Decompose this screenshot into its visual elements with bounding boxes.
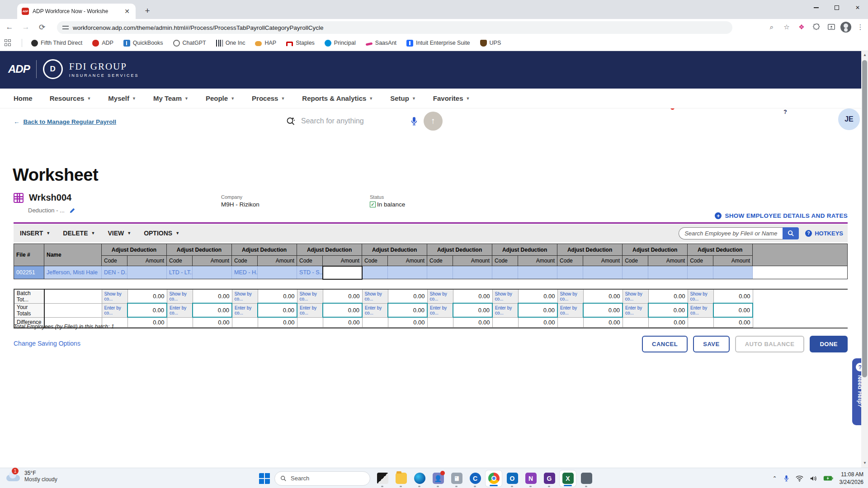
bookmark-item[interactable]: UPS <box>480 40 501 47</box>
nav-item-my-team[interactable]: My Team▼ <box>153 94 189 102</box>
deduction-code-cell[interactable] <box>362 266 388 279</box>
tray-wifi-icon[interactable] <box>796 475 803 482</box>
view-menu[interactable]: VIEW▼ <box>108 230 131 237</box>
tray-battery-icon[interactable] <box>823 475 833 481</box>
your-total-input[interactable]: 0.00 <box>388 303 427 317</box>
tray-chevron-icon[interactable]: ⌃ <box>773 475 777 482</box>
deduction-code-cell[interactable] <box>688 266 713 279</box>
new-tab-button[interactable]: + <box>141 5 154 17</box>
taskbar-chrome-icon[interactable] <box>486 470 502 487</box>
start-button[interactable] <box>259 473 270 484</box>
your-total-input[interactable]: 0.00 <box>127 303 167 317</box>
header-support-button[interactable]: ? Support <box>777 107 794 127</box>
employee-search-input[interactable] <box>679 227 783 239</box>
chrome-profile-avatar[interactable] <box>840 22 851 33</box>
bookmark-item[interactable]: Principal <box>325 40 356 47</box>
show-by-code-link[interactable]: Show by co... <box>492 289 518 304</box>
browser-tab[interactable]: ADP ADP Workforce Now - Workshe ✕ <box>17 4 136 19</box>
window-maximize-button[interactable] <box>826 0 847 15</box>
enter-by-code-link[interactable]: Enter by co... <box>232 303 258 317</box>
header-things-to-do-button[interactable]: Things to Do <box>654 107 682 127</box>
auto-balance-button[interactable]: AUTO BALANCE <box>735 336 805 352</box>
user-avatar[interactable]: JE <box>838 108 860 130</box>
global-search-input[interactable] <box>301 117 405 125</box>
global-search-bar[interactable]: ↑ <box>277 109 445 133</box>
enter-by-code-link[interactable]: Enter by co... <box>297 303 323 317</box>
tray-volume-icon[interactable] <box>810 475 817 482</box>
your-total-input[interactable]: 0.00 <box>583 303 623 317</box>
extension-pink-icon[interactable]: ❖ <box>796 21 807 33</box>
your-total-input[interactable]: 0.00 <box>193 303 232 317</box>
deduction-amount-cell-selected[interactable] <box>323 266 362 279</box>
your-total-input[interactable]: 0.00 <box>453 303 492 317</box>
show-by-code-link[interactable]: Show by co... <box>297 289 323 304</box>
tab-close-icon[interactable]: ✕ <box>123 7 131 15</box>
your-total-input[interactable]: 0.00 <box>518 303 557 317</box>
enter-by-code-link[interactable]: Enter by co... <box>167 303 193 317</box>
insert-menu[interactable]: INSERT▼ <box>20 230 50 237</box>
header-marketplace-button[interactable]: Marketplace <box>806 107 833 127</box>
mic-icon[interactable] <box>410 116 418 126</box>
page-scrollbar-thumb[interactable] <box>862 60 867 377</box>
show-by-code-link[interactable]: Show by co... <box>167 289 193 304</box>
taskbar-excel-icon[interactable]: X <box>560 470 576 487</box>
chrome-menu-icon[interactable]: ⋮ <box>854 21 866 33</box>
your-total-input[interactable]: 0.00 <box>648 303 688 317</box>
nav-item-people[interactable]: People▼ <box>206 94 235 102</box>
deduction-amount-cell[interactable] <box>193 266 232 279</box>
show-by-code-link[interactable]: Show by co... <box>688 289 713 304</box>
taskbar-teams-icon[interactable]: 👤 <box>430 470 446 487</box>
deduction-amount-cell[interactable] <box>258 266 297 279</box>
bookmark-item[interactable]: One Inc <box>216 40 245 47</box>
deduction-code-cell[interactable]: LTD - LT... <box>167 266 193 279</box>
browser-window-icon[interactable] <box>826 21 837 33</box>
site-info-icon[interactable] <box>62 24 69 31</box>
hotkeys-button[interactable]: ? HOTKEYS <box>805 230 843 237</box>
taskbar-outlook-icon[interactable]: O <box>504 470 520 487</box>
show-by-code-link[interactable]: Show by co... <box>623 289 648 304</box>
header-learn-button[interactable]: Learn <box>726 107 739 127</box>
nav-item-resources[interactable]: Resources▼ <box>50 94 91 102</box>
reload-button[interactable]: ⟳ <box>35 20 49 34</box>
show-by-code-link[interactable]: Show by co... <box>427 289 453 304</box>
nav-item-home[interactable]: Home <box>14 94 33 102</box>
enter-by-code-link[interactable]: Enter by co... <box>362 303 388 317</box>
show-by-code-link[interactable]: Show by co... <box>362 289 388 304</box>
taskbar-c-app-icon[interactable]: C <box>467 470 483 487</box>
back-to-payroll-link[interactable]: ← Back to Manage Regular Payroll <box>14 118 116 125</box>
deduction-code-cell[interactable]: MED - H... <box>232 266 258 279</box>
options-menu[interactable]: OPTIONS▼ <box>144 230 179 237</box>
enter-by-code-link[interactable]: Enter by co... <box>492 303 518 317</box>
tray-mic-icon[interactable] <box>783 474 789 482</box>
taskbar-clock[interactable]: 11:08 AM 3/24/2026 <box>840 471 863 485</box>
bookmark-star-icon[interactable]: ☆ <box>781 21 793 33</box>
enter-by-code-link[interactable]: Enter by co... <box>102 303 127 317</box>
enter-by-code-link[interactable]: Enter by co... <box>427 303 453 317</box>
search-submit-button[interactable]: ↑ <box>424 112 443 131</box>
bookmark-item[interactable]: ADP <box>92 40 113 47</box>
enter-by-code-link[interactable]: Enter by co... <box>688 303 713 317</box>
show-by-code-link[interactable]: Show by co... <box>232 289 258 304</box>
window-minimize-button[interactable] <box>806 0 826 15</box>
weather-widget[interactable]: 1 35°F Mostly cloudy <box>5 470 57 483</box>
deduction-code-cell[interactable] <box>427 266 453 279</box>
employee-file-number[interactable]: 002251 <box>14 266 44 279</box>
change-saving-options-link[interactable]: Change Saving Options <box>14 340 80 347</box>
scrollbar-up-arrow[interactable]: ▲ <box>863 53 867 57</box>
deduction-code-cell[interactable] <box>623 266 648 279</box>
forward-button[interactable]: → <box>19 20 33 34</box>
show-by-code-link[interactable]: Show by co... <box>557 289 583 304</box>
nav-item-setup[interactable]: Setup▼ <box>390 94 416 102</box>
deduction-amount-cell[interactable] <box>713 266 753 279</box>
bookmark-item[interactable]: HAP <box>255 40 276 46</box>
taskbar-edge-icon[interactable] <box>411 470 428 487</box>
deduction-code-cell[interactable]: DEN - D... <box>102 266 127 279</box>
taskbar-onenote-icon[interactable]: N <box>523 470 539 487</box>
taskbar-task-view-icon[interactable] <box>374 470 391 487</box>
nav-item-myself[interactable]: Myself▼ <box>108 94 136 102</box>
show-by-code-link[interactable]: Show by co... <box>102 289 127 304</box>
deduction-amount-cell[interactable] <box>583 266 623 279</box>
delete-menu[interactable]: DELETE▼ <box>63 230 95 237</box>
taskbar-search[interactable]: Search <box>274 471 370 486</box>
url-text[interactable]: workforcenow.adp.com/theme/admin.html#/P… <box>73 24 323 31</box>
